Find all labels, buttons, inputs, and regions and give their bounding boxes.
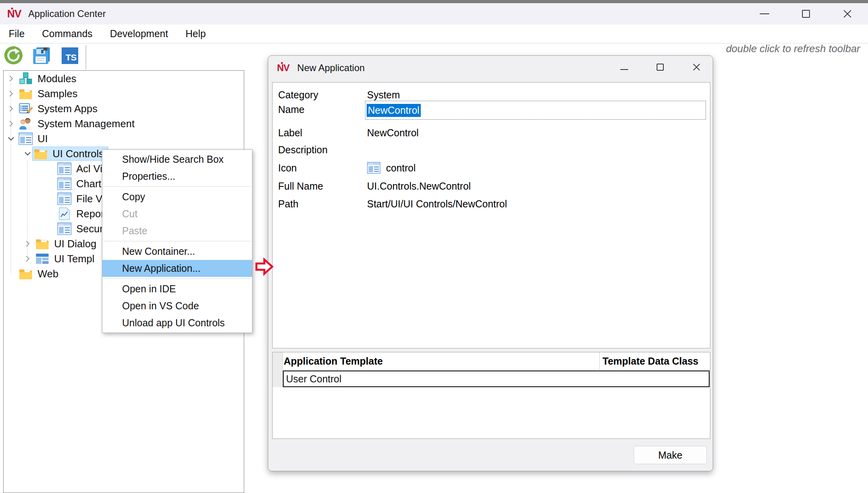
- menu-commands[interactable]: Commands: [33, 24, 101, 43]
- dialog-close-button[interactable]: [692, 63, 701, 73]
- menu-separator: [103, 241, 251, 241]
- name-input[interactable]: NewControl: [365, 101, 706, 120]
- tree-item-label: Samples: [38, 88, 77, 100]
- dialog-titlebar[interactable]: NV New Application: [268, 56, 713, 80]
- save-button[interactable]: [32, 46, 51, 67]
- tree-item-system-apps[interactable]: System Apps: [4, 101, 244, 116]
- dialog-maximize-button[interactable]: [657, 64, 664, 72]
- window-top-edge: [0, 0, 868, 3]
- chevron-right-icon[interactable]: [7, 119, 15, 128]
- field-label: Name: [278, 104, 305, 115]
- minimize-button[interactable]: [744, 3, 785, 24]
- column-header-application-template[interactable]: Application Template: [284, 352, 383, 370]
- people-icon: [19, 117, 33, 130]
- menu-file[interactable]: File: [0, 24, 33, 43]
- make-button[interactable]: Make: [634, 446, 707, 464]
- menu-item-open-in-vs-code[interactable]: Open in VS Code: [102, 297, 252, 314]
- window-icon: [57, 177, 72, 190]
- window-icon: [367, 162, 380, 174]
- chevron-right-icon[interactable]: [7, 89, 15, 98]
- dialog-minimize-button[interactable]: [620, 64, 628, 72]
- template-icon: [35, 252, 49, 265]
- field-value: UI.Controls.NewControl: [367, 181, 471, 192]
- titlebar[interactable]: NV Application Center: [0, 3, 868, 24]
- dialog-logo: NV: [277, 62, 289, 73]
- tree-selection: UI Controls: [32, 147, 108, 161]
- tree-item-ui[interactable]: UI: [4, 131, 244, 146]
- folder-icon: [35, 237, 49, 250]
- tree-item-modules[interactable]: Modules: [4, 71, 244, 86]
- menu-separator: [103, 186, 251, 187]
- refresh-button[interactable]: [4, 46, 23, 66]
- tree-item-system-management[interactable]: System Management: [4, 116, 244, 131]
- field-value: NewControl: [367, 127, 419, 139]
- tree-item-label: System Apps: [38, 103, 98, 115]
- typescript-button[interactable]: TS: [62, 47, 78, 64]
- field-label: Icon: [278, 162, 297, 174]
- tree-item-samples[interactable]: Samples: [4, 86, 244, 101]
- menu-item-open-in-ide[interactable]: Open in IDE: [102, 280, 252, 297]
- new-application-dialog: NV New Application Category System Name …: [268, 55, 713, 471]
- field-value: Start/UI/UI Controls/NewControl: [367, 198, 507, 210]
- system-apps-icon: [19, 102, 33, 115]
- refresh-icon: [4, 46, 23, 65]
- field-name: Name NewControl: [273, 101, 710, 120]
- tree-item-label: Web: [38, 268, 58, 280]
- maximize-icon: [802, 10, 810, 18]
- field-icon: Icon control: [273, 161, 710, 175]
- window-icon: [57, 192, 72, 205]
- tree-item-label: Chart: [76, 178, 102, 190]
- menu-separator: [103, 278, 251, 279]
- tree-item-label: UI Dialog: [54, 238, 96, 250]
- menu-help[interactable]: Help: [177, 24, 214, 43]
- folder-icon: [19, 267, 33, 280]
- close-icon: [692, 63, 701, 72]
- tree-item-label: UI Controls: [53, 148, 104, 160]
- chevron-right-icon[interactable]: [7, 104, 15, 113]
- close-button[interactable]: [827, 3, 868, 24]
- tree-item-label: System Management: [38, 118, 135, 130]
- minimize-icon: [620, 69, 628, 70]
- table-row-user-control[interactable]: User Control: [283, 371, 710, 387]
- menu-item-unload-app-ui-controls[interactable]: Unload app UI Controls: [102, 314, 252, 331]
- context-menu: Show/Hide Search Box Properties... Copy …: [102, 149, 252, 333]
- field-description: Description: [273, 143, 710, 156]
- window-icon: [19, 132, 33, 145]
- tree-item-label: Securi: [76, 223, 105, 235]
- folder-icon: [34, 147, 48, 160]
- menu-development[interactable]: Development: [101, 24, 177, 43]
- column-divider: [599, 352, 600, 370]
- field-label: Path: [278, 198, 298, 210]
- window-title: Application Center: [28, 8, 106, 19]
- menu-item-new-container[interactable]: New Container...: [102, 243, 252, 260]
- folder-icon: [19, 87, 33, 100]
- modules-icon: [19, 72, 33, 85]
- field-label: Category: [278, 89, 318, 101]
- window-icon: [57, 162, 72, 175]
- column-header-template-data-class[interactable]: Template Data Class: [603, 352, 699, 370]
- maximize-button[interactable]: [785, 3, 827, 24]
- minimize-icon: [760, 13, 769, 14]
- chevron-right-icon[interactable]: [23, 254, 32, 263]
- menu-item-copy[interactable]: Copy: [102, 188, 252, 205]
- field-full-name: Full Name UI.Controls.NewControl: [273, 179, 710, 193]
- typescript-icon: TS: [62, 47, 78, 64]
- application-properties-form: Category System Name NewControl Label Ne…: [272, 82, 710, 348]
- menu-bar: File Commands Development Help: [0, 24, 868, 43]
- menu-item-new-application[interactable]: New Application...: [102, 260, 252, 277]
- table-row-header-strip: [273, 352, 283, 387]
- field-label: Label: [278, 127, 302, 139]
- menu-item-properties[interactable]: Properties...: [102, 168, 252, 185]
- red-arrow-icon: [255, 258, 274, 277]
- menu-item-show-hide-search-box[interactable]: Show/Hide Search Box: [102, 151, 252, 168]
- template-table: Application Template Template Data Class…: [272, 352, 710, 439]
- maximize-icon: [657, 64, 664, 71]
- chevron-down-icon[interactable]: [7, 134, 15, 143]
- window-icon: [57, 222, 72, 235]
- field-label: Description: [278, 144, 328, 156]
- close-icon: [843, 9, 852, 19]
- table-header-row: Application Template Template Data Class: [283, 352, 710, 370]
- chevron-right-icon[interactable]: [23, 239, 32, 248]
- chevron-right-icon[interactable]: [7, 74, 15, 83]
- chevron-down-icon[interactable]: [23, 149, 32, 158]
